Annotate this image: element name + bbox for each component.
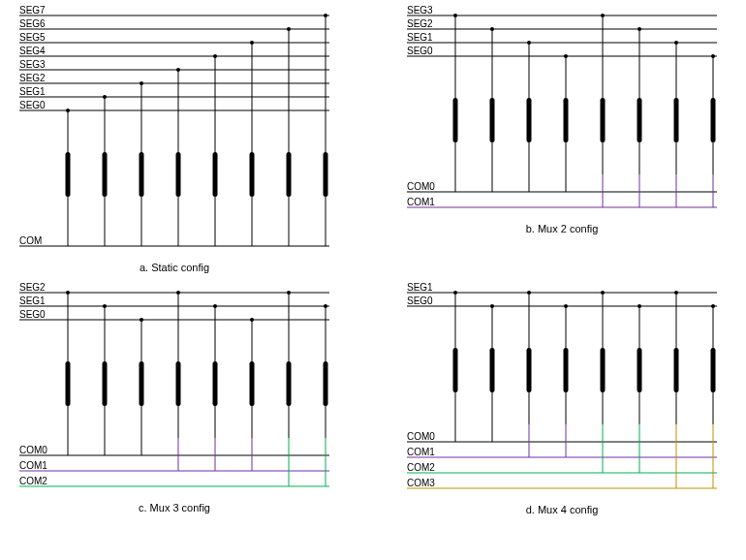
svg-rect-27 <box>103 152 108 197</box>
panel-caption: a. Static config <box>140 262 209 273</box>
svg-rect-72 <box>490 98 495 142</box>
seg-label: SEG3 <box>19 59 46 70</box>
seg-label: SEG4 <box>19 46 46 56</box>
seg-label: SEG7 <box>19 5 46 16</box>
svg-rect-84 <box>711 98 716 142</box>
com-label: COM2 <box>19 476 47 486</box>
seg-label: SEG1 <box>19 296 46 306</box>
seg-label: SEG6 <box>19 18 46 29</box>
com-label: COM0 <box>407 431 435 442</box>
panel-c: SEG2SEG1SEG0COM0COM1COM2c. Mux 3 config <box>19 282 329 513</box>
svg-rect-166 <box>564 348 569 392</box>
svg-rect-39 <box>324 152 328 197</box>
svg-rect-25 <box>66 152 71 197</box>
svg-rect-82 <box>674 98 679 142</box>
svg-rect-129 <box>324 361 328 406</box>
com-label: COM1 <box>19 460 47 471</box>
com-label: COM0 <box>407 181 435 192</box>
seg-label: SEG1 <box>19 86 46 97</box>
seg-label: SEG0 <box>19 100 46 110</box>
svg-rect-123 <box>213 361 218 406</box>
svg-rect-37 <box>287 152 292 197</box>
com-label: COM2 <box>407 462 435 473</box>
svg-rect-121 <box>176 361 181 406</box>
seg-label: SEG1 <box>407 282 433 293</box>
svg-rect-29 <box>140 152 144 197</box>
svg-rect-125 <box>250 361 255 406</box>
svg-rect-74 <box>527 98 532 142</box>
seg-label: SEG0 <box>407 46 433 56</box>
panel-b: SEG3SEG2SEG1SEG0COM0COM1b. Mux 2 config <box>407 5 717 234</box>
panel-a: SEG7SEG6SEG5SEG4SEG3SEG2SEG1SEG0COMa. St… <box>19 5 329 273</box>
com-label: COM <box>19 235 42 246</box>
panel-d: SEG1SEG0COM0COM1COM2COM3d. Mux 4 config <box>407 282 717 515</box>
svg-rect-127 <box>287 361 292 406</box>
svg-rect-160 <box>453 348 458 392</box>
svg-rect-78 <box>601 98 606 142</box>
seg-label: SEG5 <box>19 32 46 43</box>
svg-rect-168 <box>601 348 606 392</box>
seg-label: SEG0 <box>19 309 46 320</box>
svg-rect-164 <box>527 348 532 392</box>
com-label: COM0 <box>19 445 47 455</box>
svg-rect-117 <box>103 361 108 406</box>
svg-rect-172 <box>674 348 679 392</box>
svg-rect-80 <box>637 98 642 142</box>
svg-rect-33 <box>213 152 218 197</box>
panel-caption: c. Mux 3 config <box>139 502 210 513</box>
seg-label: SEG0 <box>407 296 433 306</box>
svg-rect-115 <box>66 361 71 406</box>
svg-rect-162 <box>490 348 495 392</box>
seg-label: SEG2 <box>19 282 46 293</box>
com-label: COM1 <box>407 197 435 207</box>
com-label: COM3 <box>407 478 435 488</box>
seg-label: SEG2 <box>407 18 433 29</box>
seg-label: SEG2 <box>19 73 46 83</box>
com-label: COM1 <box>407 447 435 457</box>
seg-label: SEG1 <box>407 32 433 43</box>
panel-caption: b. Mux 2 config <box>526 223 599 234</box>
panel-caption: d. Mux 4 config <box>526 504 599 515</box>
svg-rect-76 <box>564 98 569 142</box>
svg-rect-35 <box>250 152 255 197</box>
svg-rect-70 <box>453 98 458 142</box>
seg-label: SEG3 <box>407 5 433 16</box>
svg-rect-170 <box>637 348 642 392</box>
svg-rect-119 <box>140 361 144 406</box>
svg-rect-174 <box>711 348 716 392</box>
svg-rect-31 <box>176 152 181 197</box>
